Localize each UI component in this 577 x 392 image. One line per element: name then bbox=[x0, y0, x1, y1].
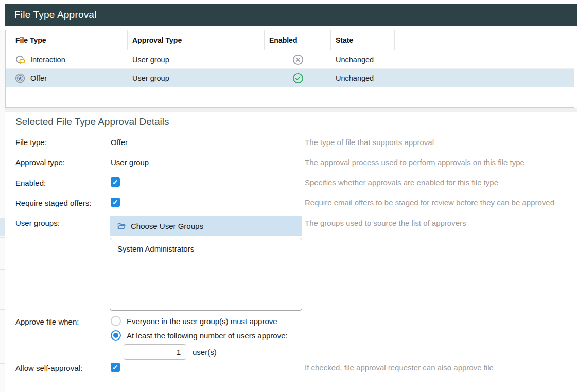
cropped-left-panel-edge bbox=[0, 29, 5, 392]
file-type-cell: Offer bbox=[6, 69, 128, 87]
table-row-interaction[interactable]: Interaction User group Unchanged bbox=[6, 50, 574, 69]
choose-user-groups-button[interactable]: Choose User Groups bbox=[110, 216, 302, 236]
approval-type-cell: User group bbox=[128, 50, 265, 68]
user-groups-list[interactable]: System Administrators bbox=[110, 238, 302, 311]
column-header-enabled[interactable]: Enabled bbox=[265, 30, 331, 50]
circle-x-icon bbox=[292, 54, 304, 66]
details-panel: Selected File Type Approval Details File… bbox=[5, 112, 577, 392]
cropped-panel-highlight bbox=[0, 218, 5, 236]
file-type-help: The type of file that supports approval bbox=[305, 138, 434, 147]
radio-unselected-icon[interactable] bbox=[111, 316, 121, 326]
allow-self-approval-checkbox[interactable] bbox=[111, 363, 120, 372]
allow-self-approval-help: If checked, file approval requester can … bbox=[305, 363, 494, 372]
column-header-state[interactable]: State bbox=[331, 30, 395, 50]
file-type-name: Interaction bbox=[30, 56, 65, 64]
interaction-file-icon bbox=[15, 55, 25, 65]
table-header-row: File Type Approval Type Enabled State bbox=[6, 30, 574, 50]
column-header-approval-type[interactable]: Approval Type bbox=[128, 30, 265, 50]
details-heading: Selected File Type Approval Details bbox=[15, 116, 169, 128]
divider bbox=[0, 363, 5, 364]
circle-check-icon bbox=[292, 72, 304, 84]
enabled-cell bbox=[265, 50, 331, 68]
column-header-filler bbox=[395, 30, 574, 50]
allow-self-approval-label: Allow self-approval: bbox=[15, 364, 82, 372]
approve-when-label: Approve file when: bbox=[15, 317, 79, 326]
panel-title-bar: File Type Approval bbox=[5, 4, 577, 26]
require-staged-label: Require staged offers: bbox=[15, 199, 91, 207]
open-folder-icon bbox=[117, 221, 126, 230]
file-type-label: File type: bbox=[15, 138, 47, 147]
radio-selected-icon[interactable] bbox=[111, 330, 121, 341]
radio-option-everyone[interactable]: Everyone in the user group(s) must appro… bbox=[111, 316, 277, 326]
approval-type-value: User group bbox=[111, 158, 149, 167]
radio-option-everyone-label: Everyone in the user group(s) must appro… bbox=[127, 317, 277, 326]
radio-option-at-least-label: At least the following number of users a… bbox=[127, 331, 288, 340]
approver-count-row: user(s) bbox=[124, 344, 217, 360]
choose-user-groups-label: Choose User Groups bbox=[131, 222, 203, 230]
state-cell: Unchanged bbox=[331, 69, 395, 87]
column-header-file-type[interactable]: File Type bbox=[6, 30, 128, 50]
enabled-help: Specifies whether approvals are enabled … bbox=[305, 178, 498, 187]
filler-cell bbox=[395, 50, 574, 68]
enabled-label: Enabled: bbox=[15, 179, 46, 187]
require-staged-checkbox[interactable] bbox=[111, 198, 120, 207]
approver-count-input[interactable] bbox=[124, 344, 186, 360]
user-group-item[interactable]: System Administrators bbox=[110, 238, 302, 259]
radio-option-at-least[interactable]: At least the following number of users a… bbox=[111, 330, 288, 341]
file-type-cell: Interaction bbox=[6, 50, 128, 68]
divider bbox=[0, 269, 5, 270]
enabled-checkbox[interactable] bbox=[111, 177, 120, 187]
table-row-offer[interactable]: Offer User group Unchanged bbox=[6, 69, 574, 87]
filler-cell bbox=[395, 69, 574, 87]
panel-title: File Type Approval bbox=[14, 9, 97, 21]
user-groups-help: The groups used to source the list of ap… bbox=[305, 219, 466, 227]
file-type-table: File Type Approval Type Enabled State In… bbox=[5, 30, 574, 108]
file-type-name: Offer bbox=[30, 74, 47, 82]
approver-count-suffix: user(s) bbox=[193, 348, 217, 357]
file-type-value: Offer bbox=[111, 138, 128, 147]
approval-type-label: Approval type: bbox=[15, 158, 65, 167]
approval-type-help: The approval process used to perform app… bbox=[305, 158, 524, 167]
divider bbox=[0, 237, 5, 238]
divider bbox=[0, 199, 5, 199]
user-groups-label: User groups: bbox=[15, 219, 60, 227]
file-type-approval-window: File Type Approval File Type Approval Ty… bbox=[0, 0, 577, 392]
require-staged-help: Require email offers to be staged for re… bbox=[305, 198, 554, 207]
offer-file-icon bbox=[15, 73, 25, 83]
approval-type-cell: User group bbox=[128, 69, 265, 87]
divider bbox=[0, 309, 5, 310]
state-cell: Unchanged bbox=[331, 50, 395, 68]
enabled-cell bbox=[265, 69, 331, 87]
panel-splitter bbox=[5, 108, 577, 112]
